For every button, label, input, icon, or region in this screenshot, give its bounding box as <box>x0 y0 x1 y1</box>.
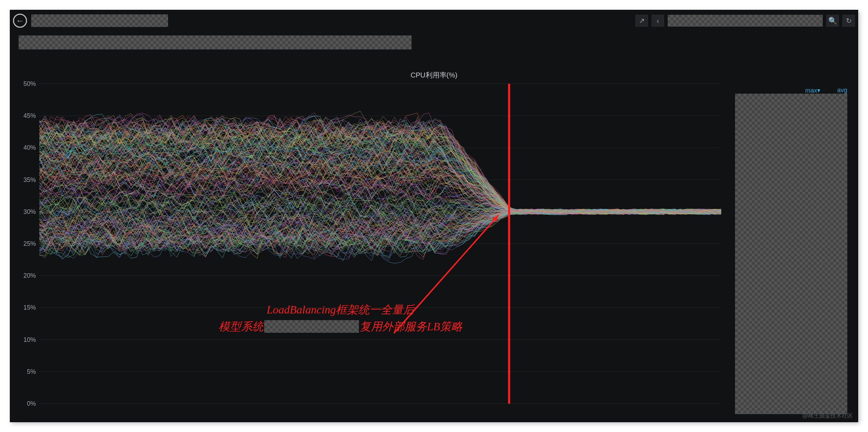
svg-text:10%: 10% <box>24 336 36 343</box>
topbar-right: ↗ ‹ 🔍 ↻ <box>635 15 855 27</box>
chart-area[interactable]: 0%5%10%15%20%25%30%35%40%45%50% LoadBala… <box>19 80 725 414</box>
svg-text:20%: 20% <box>24 272 36 279</box>
prev-button[interactable]: ‹ <box>652 15 664 27</box>
annotation-line1: LoadBalancing框架统一全量后 <box>267 301 414 318</box>
topbar: ← ↗ ‹ 🔍 ↻ <box>13 13 855 28</box>
svg-text:50%: 50% <box>24 80 36 87</box>
svg-text:25%: 25% <box>24 240 36 247</box>
legend-col-max[interactable]: max▾ <box>805 87 820 94</box>
legend-panel[interactable] <box>735 94 847 414</box>
share-button[interactable]: ↗ <box>635 15 648 27</box>
page-outer: ← ↗ ‹ 🔍 ↻ CPU利用率(%) <box>0 0 868 432</box>
svg-text:40%: 40% <box>24 144 36 151</box>
chart-svg: 0%5%10%15%20%25%30%35%40%45%50% <box>19 80 725 414</box>
legend-header: max▾ avg <box>805 87 847 94</box>
annotation-redacted <box>264 320 359 333</box>
legend-list-redacted <box>735 94 847 414</box>
subheader <box>19 35 849 49</box>
share-icon: ↗ <box>639 16 645 25</box>
svg-text:35%: 35% <box>24 176 36 183</box>
breadcrumb-redacted <box>31 14 168 27</box>
annotation-text: LoadBalancing框架统一全量后 模型系统 复用外部服务LB策略 <box>219 301 462 335</box>
refresh-icon: ↻ <box>846 16 852 25</box>
timerange-redacted[interactable] <box>668 15 823 27</box>
search-icon: 🔍 <box>828 16 837 25</box>
svg-text:15%: 15% <box>24 304 36 311</box>
refresh-button[interactable]: ↻ <box>842 15 855 27</box>
subheader-redacted <box>19 35 412 49</box>
search-button[interactable]: 🔍 <box>826 15 839 27</box>
watermark: @稀土掘金技术社区 <box>802 412 853 420</box>
chart-title: CPU利用率(%) <box>10 70 858 80</box>
svg-text:45%: 45% <box>24 112 36 119</box>
chevron-left-icon: ‹ <box>657 17 659 25</box>
back-button[interactable]: ← <box>13 14 27 28</box>
dashboard-frame: ← ↗ ‹ 🔍 ↻ CPU利用率(%) <box>10 10 858 422</box>
arrow-left-icon: ← <box>16 16 24 26</box>
svg-text:5%: 5% <box>27 368 36 375</box>
svg-text:30%: 30% <box>24 208 36 215</box>
annotation-line2b: 复用外部服务LB策略 <box>360 318 462 335</box>
annotation-line2a: 模型系统 <box>219 318 263 335</box>
legend-col-avg[interactable]: avg <box>837 87 847 94</box>
svg-text:0%: 0% <box>27 400 36 407</box>
